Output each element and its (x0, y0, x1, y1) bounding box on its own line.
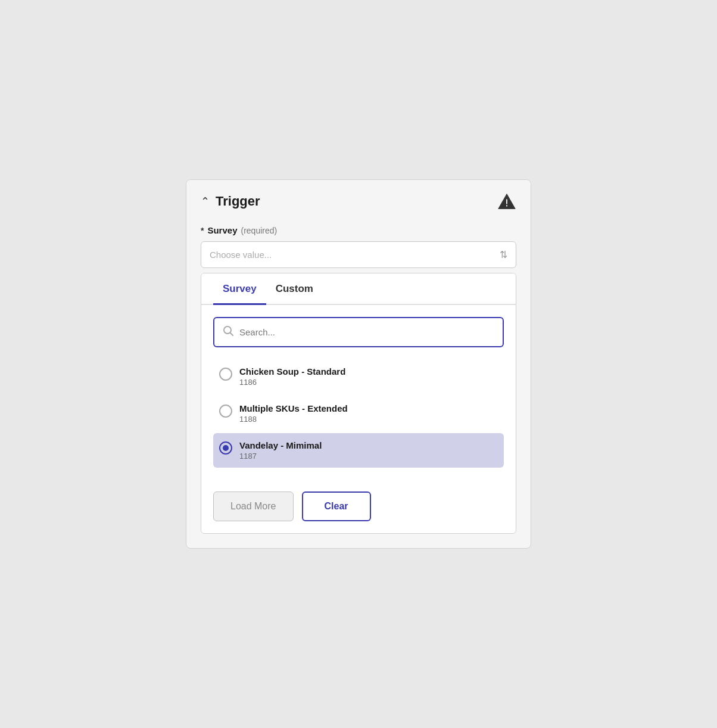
radio-1186 (219, 368, 232, 381)
option-item-1188[interactable]: Multiple SKUs - Extended 1188 (213, 396, 504, 431)
svg-rect-1 (506, 205, 507, 206)
option-title-1187: Vandelay - Mimimal (239, 440, 322, 450)
buttons-row: Load More Clear (201, 482, 516, 533)
trigger-panel: ⌃ Trigger * Survey (required) Choose val… (186, 179, 531, 549)
svg-rect-0 (506, 199, 507, 204)
collapse-icon[interactable]: ⌃ (201, 195, 210, 208)
svg-line-3 (230, 333, 233, 335)
survey-field-label-row: * Survey (required) (186, 220, 531, 239)
tab-custom[interactable]: Custom (266, 273, 323, 305)
option-subtitle-1188: 1188 (239, 415, 348, 424)
load-more-button[interactable]: Load More (213, 491, 294, 521)
search-icon (223, 325, 233, 339)
search-input[interactable] (239, 327, 494, 337)
option-title-1188: Multiple SKUs - Extended (239, 403, 348, 413)
option-item-1186[interactable]: Chicken Soup - Standard 1186 (213, 359, 504, 394)
survey-label: Survey (207, 225, 237, 235)
dropdown-panel: Survey Custom Ch (201, 273, 516, 534)
option-title-1186: Chicken Soup - Standard (239, 366, 345, 377)
required-text: (required) (241, 226, 278, 235)
tab-content-survey: Chicken Soup - Standard 1186 Multiple SK… (201, 305, 516, 482)
search-wrapper (213, 317, 504, 347)
radio-1187 (219, 441, 232, 455)
sort-arrows-icon: ⇅ (500, 249, 507, 260)
tab-survey[interactable]: Survey (213, 273, 266, 305)
svg-point-2 (224, 326, 231, 334)
choose-value-placeholder: Choose value... (210, 250, 272, 260)
required-star: * (201, 226, 204, 235)
warning-icon (497, 192, 516, 211)
option-subtitle-1187: 1187 (239, 452, 322, 461)
clear-button[interactable]: Clear (302, 491, 371, 521)
option-subtitle-1186: 1186 (239, 378, 345, 387)
radio-1188 (219, 405, 232, 418)
choose-value-dropdown[interactable]: Choose value... ⇅ (201, 241, 516, 268)
tabs-row: Survey Custom (201, 273, 516, 305)
option-item-1187[interactable]: Vandelay - Mimimal 1187 (213, 433, 504, 468)
radio-inner-1187 (223, 445, 229, 451)
panel-header: ⌃ Trigger (186, 180, 531, 220)
panel-title: Trigger (216, 194, 260, 209)
header-left: ⌃ Trigger (201, 194, 260, 209)
